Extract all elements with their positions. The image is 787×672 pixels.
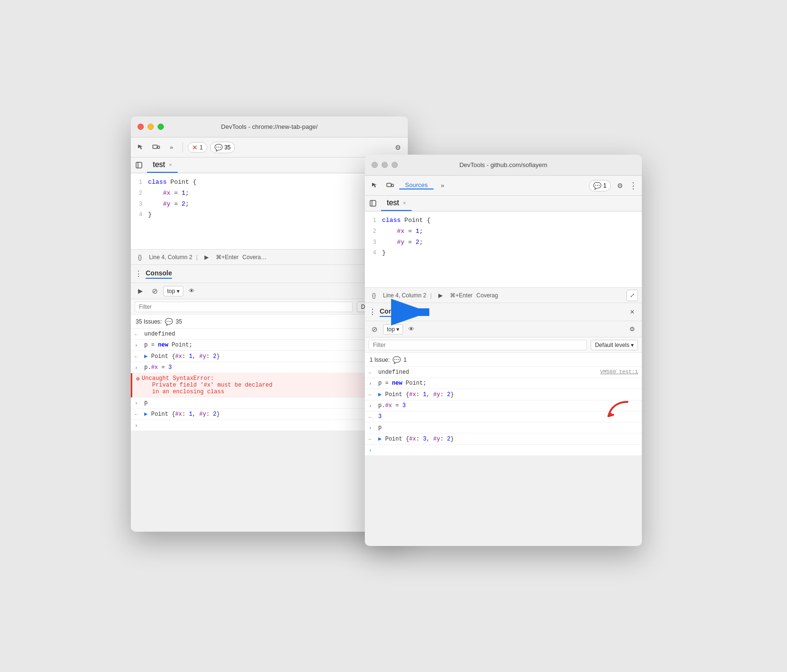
svg-rect-6 [392,184,394,187]
comments-count: 35 [224,144,231,151]
errors-badge[interactable]: ✕ 1 [188,142,207,153]
right-console-menu[interactable]: ⋮ [369,307,377,316]
sources-tab[interactable]: Sources [399,181,434,189]
format-icon[interactable]: {} [135,252,145,262]
right-filter-input[interactable] [369,340,587,350]
close-button[interactable] [138,124,144,130]
left-filter-input[interactable] [135,302,353,312]
right-comments-badge[interactable]: 💬 1 [589,180,611,191]
right-issues-count: 1 [404,357,407,363]
right-issues-bar: 1 Issue: 💬 1 [365,353,642,367]
right-issues-label: 1 Issue: [370,357,390,363]
svg-rect-2 [136,162,142,168]
settings-icon[interactable]: ⚙ [392,141,404,154]
right-gear-icon[interactable]: ⚙ [627,324,638,335]
right-row-1: ← undefined VM580 test:1 [365,367,642,378]
right-close-button[interactable] [372,162,378,168]
svg-rect-7 [370,200,376,206]
right-console-close[interactable]: × [627,306,638,318]
errors-count: 1 [200,144,203,151]
svg-rect-1 [158,146,160,148]
right-expand-btn[interactable]: ⤢ [627,290,638,301]
right-block-icon[interactable]: ⊘ [369,324,380,335]
right-file-tab-close[interactable]: × [403,200,406,206]
traffic-lights-right [372,162,398,168]
left-file-tab-test[interactable]: test × [147,158,178,173]
maximize-button[interactable] [158,124,164,130]
right-coverage: Coverag [477,292,498,299]
right-minimize-button[interactable] [382,162,388,168]
right-filter-bar: Default levels ▾ [365,337,642,353]
right-more-options[interactable]: ⋮ [629,180,638,191]
left-file-tab-close[interactable]: × [169,162,172,168]
right-row-4: › p.#x = 3 [365,400,642,411]
right-code-editor: 1 class Point { 2 #x = 1; 3 #y = 2; 4 } [365,211,642,288]
right-more-tabs[interactable]: » [436,179,449,192]
right-code-line-2: 2 #x = 1; [365,226,642,237]
left-play-icon[interactable]: ▶ [135,285,146,297]
error-x-icon: ✕ [192,144,198,151]
left-issues-count: 35 [176,318,182,325]
right-row-6: › p [365,422,642,433]
right-maximize-button[interactable] [392,162,398,168]
left-issues-label: 35 Issues: [136,318,162,325]
right-row-7: ← ▶ Point {#x: 3, #y: 2} [365,433,642,445]
comments-badge[interactable]: 💬 35 [210,142,235,153]
left-file-tab-name: test [153,160,165,169]
minimize-button[interactable] [148,124,154,130]
svg-rect-5 [387,183,391,187]
left-line-col: Line 4, Column 2 [149,254,192,261]
left-coverage: Covera… [243,254,267,261]
left-panel-toggle[interactable] [131,158,147,173]
left-console-title: Console [146,269,172,279]
right-devtools-window: DevTools - github.com/sofiayem Sources »… [365,155,642,546]
right-console-output: ← undefined VM580 test:1 › p = new Point… [365,367,642,456]
right-panel-toggle[interactable] [365,196,381,211]
left-title-bar: DevTools - chrome://new-tab-page/ [131,116,408,137]
run-icon[interactable]: ▶ [202,252,212,262]
right-issues-comment-icon: 💬 [393,356,401,364]
right-levels-btn[interactable]: Default levels ▾ [591,340,638,350]
right-row-5: ← 3 [365,411,642,422]
right-row-8[interactable]: › [365,445,642,456]
error-circle-icon: ⊗ [136,375,140,383]
right-inspect-icon[interactable] [369,179,381,192]
right-file-tab-bar: test × [365,196,642,211]
comment-icon: 💬 [214,144,223,151]
device-toggle-icon[interactable] [150,141,162,154]
right-comments-count: 1 [603,182,606,189]
right-settings-icon[interactable]: ⚙ [614,179,626,192]
inspect-icon[interactable] [135,141,147,154]
right-device-icon[interactable] [384,179,396,192]
left-issues-comment-icon: 💬 [165,318,173,326]
right-code-line-1: 1 class Point { [365,215,642,226]
toolbar-divider-1 [182,143,183,152]
right-levels-chevron: ▾ [631,342,634,348]
right-toolbar-right: 💬 1 ⚙ ⋮ [589,179,638,192]
traffic-lights-left [138,124,164,130]
svg-rect-0 [153,145,157,148]
right-sources-area: Sources [399,176,434,195]
right-file-tab-test[interactable]: test × [381,196,412,211]
left-chevron-icon: ▾ [177,288,180,294]
divider: | [196,254,198,261]
right-row-3: ← ▶ Point {#x: 1, #y: 2} [365,389,642,400]
right-code-line-4: 4 } [365,248,642,259]
left-shortcut: ⌘+Enter [216,254,239,261]
left-eye-icon[interactable]: 👁 [186,285,198,297]
right-format-icon[interactable]: {} [369,290,379,301]
blue-arrow-annotation [391,293,439,333]
more-tools-icon[interactable]: » [165,141,178,154]
blue-arrow-svg [391,293,439,331]
right-comment-icon: 💬 [593,182,601,189]
right-toolbar: Sources » 💬 1 ⚙ ⋮ [365,176,642,196]
left-block-icon[interactable]: ⊘ [149,285,160,297]
left-window-title: DevTools - chrome://new-tab-page/ [221,123,318,130]
left-top-dropdown[interactable]: top ▾ [163,286,183,296]
right-file-tab-name: test [387,199,399,207]
left-console-menu[interactable]: ⋮ [135,269,143,278]
right-shortcut: ⌘+Enter [450,292,473,299]
right-window-title: DevTools - github.com/sofiayem [459,161,547,168]
right-title-bar: DevTools - github.com/sofiayem [365,155,642,176]
right-code-line-3: 3 #y = 2; [365,237,642,248]
